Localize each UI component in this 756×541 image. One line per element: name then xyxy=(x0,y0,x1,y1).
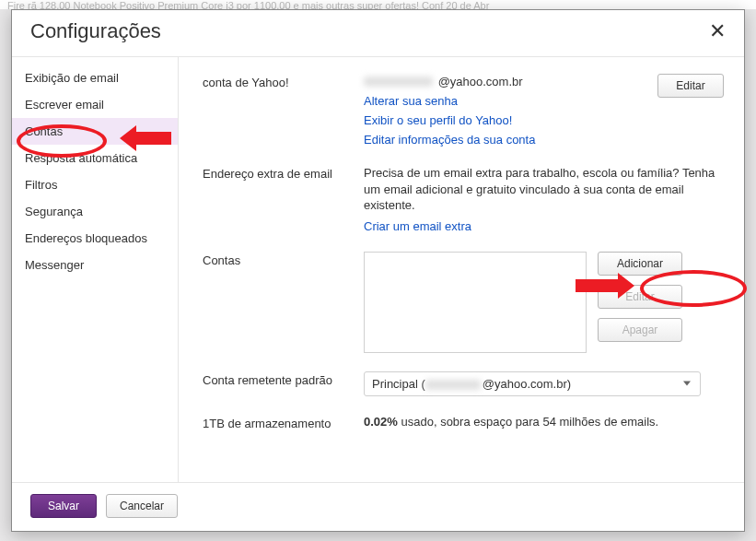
account-email-local-blurred xyxy=(364,76,433,87)
storage-label: 1TB de armazenamento xyxy=(203,415,364,430)
default-sender-prefix: Principal ( xyxy=(372,377,425,391)
row-default-sender: Conta remetente padrão Principal (@yahoo… xyxy=(203,371,724,396)
modal-footer: Salvar Cancelar xyxy=(12,482,744,531)
sidebar-item-security[interactable]: Segurança xyxy=(12,198,178,225)
cancel-button[interactable]: Cancelar xyxy=(106,494,178,518)
account-email-domain: @yahoo.com.br xyxy=(438,75,523,88)
sidebar-item-blocked[interactable]: Endereços bloqueados xyxy=(12,225,178,252)
link-edit-account-info[interactable]: Editar informações da sua conta xyxy=(364,133,646,147)
yahoo-account-label: conta de Yahoo! xyxy=(203,74,364,89)
extra-email-desc: Precisa de um email extra para trabalho,… xyxy=(364,165,724,214)
modal-body: Exibição de email Escrever email Contas … xyxy=(12,56,744,482)
default-sender-email-blurred xyxy=(425,380,481,390)
edit-account-button[interactable]: Editar xyxy=(657,74,724,98)
extra-email-label: Endereço extra de email xyxy=(203,165,364,181)
background-app-strip: Fire rã 128.00 Notebook Positivo Premium… xyxy=(0,0,756,9)
row-yahoo-account: conta de Yahoo! @yahoo.com.br Alterar su… xyxy=(203,74,724,147)
sidebar-item-accounts[interactable]: Contas xyxy=(12,118,178,145)
default-sender-label: Conta remetente padrão xyxy=(203,371,364,387)
settings-content: conta de Yahoo! @yahoo.com.br Alterar su… xyxy=(179,57,744,482)
save-button[interactable]: Salvar xyxy=(30,494,97,518)
modal-title: Configurações xyxy=(30,19,161,43)
sidebar-item-email-display[interactable]: Exibição de email xyxy=(12,65,178,91)
accounts-list-label: Contas xyxy=(203,252,364,267)
row-extra-email: Endereço extra de email Precisa de um em… xyxy=(203,165,724,233)
row-storage: 1TB de armazenamento 0.02% usado, sobra … xyxy=(203,415,724,430)
close-icon[interactable]: ✕ xyxy=(709,19,726,43)
sidebar-item-compose[interactable]: Escrever email xyxy=(12,91,178,118)
add-account-button[interactable]: Adicionar xyxy=(598,252,682,276)
delete-account-button: Apagar xyxy=(598,318,682,342)
row-accounts-list: Contas Adicionar Editar Apagar xyxy=(203,252,724,353)
settings-sidebar: Exibição de email Escrever email Contas … xyxy=(12,57,179,482)
edit-account-list-button: Editar xyxy=(598,285,682,309)
accounts-listbox[interactable] xyxy=(364,252,587,353)
default-sender-suffix: @yahoo.com.br) xyxy=(483,377,571,391)
storage-text: usado, sobra espaço para 54 milhões de e… xyxy=(398,415,658,429)
link-change-password[interactable]: Alterar sua senha xyxy=(364,94,646,108)
sidebar-item-filters[interactable]: Filtros xyxy=(12,171,178,198)
settings-modal: Configurações ✕ Exibição de email Escrev… xyxy=(11,9,745,532)
storage-pct: 0.02% xyxy=(364,415,398,429)
default-sender-select[interactable]: Principal (@yahoo.com.br) xyxy=(364,371,701,396)
sidebar-item-messenger[interactable]: Messenger xyxy=(12,252,178,278)
modal-header: Configurações ✕ xyxy=(12,10,744,56)
sidebar-item-auto-reply[interactable]: Resposta automática xyxy=(12,145,178,171)
link-show-profile[interactable]: Exibir o seu perfil do Yahoo! xyxy=(364,113,646,127)
link-create-extra-email[interactable]: Criar um email extra xyxy=(364,219,471,233)
